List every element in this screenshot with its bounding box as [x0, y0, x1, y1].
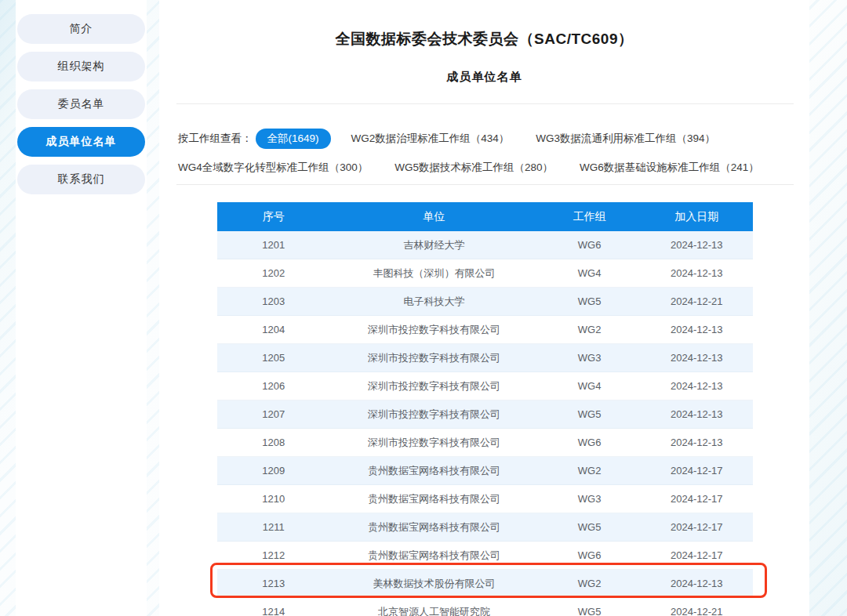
filter-wg5[interactable]: WG5数据技术标准工作组（280） [394, 161, 553, 175]
cell-unit: 贵州数据宝网络科技有限公司 [329, 549, 538, 563]
table-row: 1203 电子科技大学 WG5 2024-12-21 [217, 288, 753, 316]
cell-index: 1204 [217, 324, 329, 335]
cell-join-date: 2024-12-13 [641, 578, 753, 589]
cell-join-date: 2024-12-17 [641, 493, 753, 505]
sidebar-item-intro[interactable]: 简介 [17, 14, 145, 44]
filter-label: 按工作组查看： [178, 132, 253, 146]
table-row: 1208 深圳市投控数字科技有限公司 WG6 2024-12-13 [217, 429, 753, 457]
cell-unit: 北京智源人工智能研究院 [329, 605, 538, 616]
main-content: 全国数据标委会技术委员会（SAC/TC609） 成员单位名单 按工作组查看： 全… [159, 0, 809, 616]
table-row: 1210 贵州数据宝网络科技有限公司 WG3 2024-12-17 [217, 485, 753, 513]
divider-filters [176, 184, 794, 185]
table-row: 1207 深圳市投控数字科技有限公司 WG5 2024-12-13 [217, 400, 753, 429]
cell-unit: 深圳市投控数字科技有限公司 [329, 379, 538, 393]
cell-workgroup: WG5 [539, 295, 641, 307]
filter-wg3[interactable]: WG3数据流通利用标准工作组（394） [536, 132, 715, 146]
cell-join-date: 2024-12-17 [641, 465, 753, 476]
cell-unit: 丰图科技（深圳）有限公司 [329, 266, 538, 281]
cell-join-date: 2024-12-13 [641, 437, 753, 448]
cell-unit: 贵州数据宝网络科技有限公司 [329, 492, 538, 506]
cell-index: 1202 [217, 267, 329, 279]
cell-join-date: 2024-12-13 [641, 352, 753, 364]
page-title: 全国数据标委会技术委员会（SAC/TC609） [159, 29, 809, 49]
cell-index: 1210 [217, 493, 329, 505]
member-units-table: 序号 单位 工作组 加入日期 1201 吉林财经大学 WG6 2024-12-1… [217, 202, 753, 616]
cell-index: 1209 [217, 465, 329, 476]
cell-index: 1201 [217, 239, 329, 251]
cell-workgroup: WG3 [539, 352, 641, 364]
col-header-join-date: 加入日期 [641, 210, 753, 224]
sidebar: 简介 组织架构 委员名单 成员单位名单 联系我们 [16, 0, 147, 616]
cell-workgroup: WG5 [539, 606, 641, 616]
cell-index: 1205 [217, 352, 329, 364]
sidebar-item-contact-us[interactable]: 联系我们 [17, 165, 145, 194]
cell-join-date: 2024-12-13 [641, 380, 753, 392]
table-row: 1202 丰图科技（深圳）有限公司 WG4 2024-12-13 [217, 259, 753, 288]
table-row: 1201 吉林财经大学 WG6 2024-12-13 [217, 231, 753, 259]
cell-unit: 深圳市投控数字科技有限公司 [329, 408, 538, 422]
cell-join-date: 2024-12-21 [641, 606, 753, 616]
cell-join-date: 2024-12-13 [641, 408, 753, 420]
cell-index: 1208 [217, 437, 329, 448]
cell-workgroup: WG6 [539, 549, 641, 561]
cell-join-date: 2024-12-13 [641, 239, 753, 251]
col-header-index: 序号 [217, 210, 329, 224]
cell-join-date: 2024-12-17 [641, 549, 753, 561]
filter-wg2[interactable]: WG2数据治理标准工作组（434） [351, 132, 510, 146]
table-row-highlighted: 1213 美林数据技术股份有限公司 WG2 2024-12-13 [217, 570, 753, 598]
table-row: 1212 贵州数据宝网络科技有限公司 WG6 2024-12-17 [217, 542, 753, 570]
filter-all[interactable]: 全部(1649) [256, 129, 331, 149]
cell-workgroup: WG3 [539, 493, 641, 505]
cell-workgroup: WG4 [539, 380, 641, 392]
cell-join-date: 2024-12-21 [641, 295, 753, 307]
cell-workgroup: WG5 [539, 408, 641, 420]
table-row: 1211 贵州数据宝网络科技有限公司 WG5 2024-12-17 [217, 513, 753, 542]
col-header-unit: 单位 [329, 210, 538, 224]
cell-unit: 贵州数据宝网络科技有限公司 [329, 520, 538, 534]
cell-join-date: 2024-12-13 [641, 324, 753, 335]
cell-index: 1214 [217, 606, 329, 616]
cell-join-date: 2024-12-13 [641, 267, 753, 279]
cell-unit: 深圳市投控数字科技有限公司 [329, 351, 538, 365]
sidebar-item-member-units[interactable]: 成员单位名单 [17, 127, 145, 157]
cell-workgroup: WG2 [539, 578, 641, 589]
cell-workgroup: WG4 [539, 267, 641, 279]
cell-index: 1207 [217, 408, 329, 420]
divider-top [176, 103, 794, 104]
table-row: 1204 深圳市投控数字科技有限公司 WG2 2024-12-13 [217, 316, 753, 344]
cell-workgroup: WG5 [539, 521, 641, 533]
cell-index: 1206 [217, 380, 329, 392]
sidebar-item-org-structure[interactable]: 组织架构 [17, 52, 145, 82]
cell-unit: 电子科技大学 [329, 295, 538, 309]
filter-wg4[interactable]: WG4全域数字化转型标准工作组（300） [178, 161, 368, 175]
workgroup-filters: 按工作组查看： 全部(1649) WG2数据治理标准工作组（434） WG3数据… [178, 128, 802, 179]
cell-workgroup: WG2 [539, 324, 641, 335]
cell-unit: 深圳市投控数字科技有限公司 [329, 436, 538, 450]
cell-unit: 美林数据技术股份有限公司 [329, 577, 538, 591]
cell-unit: 深圳市投控数字科技有限公司 [329, 323, 538, 337]
cell-workgroup: WG2 [539, 465, 641, 476]
cell-workgroup: WG6 [539, 437, 641, 448]
cell-unit: 贵州数据宝网络科技有限公司 [329, 464, 538, 478]
table-row: 1209 贵州数据宝网络科技有限公司 WG2 2024-12-17 [217, 457, 753, 485]
table-row: 1205 深圳市投控数字科技有限公司 WG3 2024-12-13 [217, 344, 753, 372]
cell-unit: 吉林财经大学 [329, 238, 538, 252]
cell-workgroup: WG6 [539, 239, 641, 251]
col-header-workgroup: 工作组 [539, 210, 641, 224]
page-subtitle: 成员单位名单 [159, 70, 809, 85]
table-row: 1214 北京智源人工智能研究院 WG5 2024-12-21 [217, 598, 753, 616]
sidebar-item-member-list[interactable]: 委员名单 [17, 89, 145, 119]
cell-index: 1213 [217, 578, 329, 589]
filter-wg6[interactable]: WG6数据基础设施标准工作组（241） [580, 161, 759, 175]
cell-index: 1203 [217, 295, 329, 307]
cell-index: 1211 [217, 521, 329, 533]
table-row: 1206 深圳市投控数字科技有限公司 WG4 2024-12-13 [217, 372, 753, 400]
table-header-row: 序号 单位 工作组 加入日期 [217, 202, 753, 231]
cell-index: 1212 [217, 549, 329, 561]
cell-join-date: 2024-12-17 [641, 521, 753, 533]
